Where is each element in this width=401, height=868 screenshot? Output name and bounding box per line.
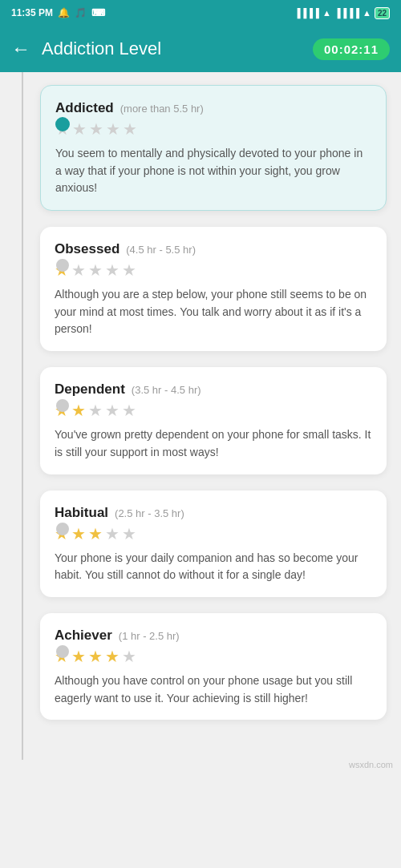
star-3: ★ xyxy=(88,526,103,542)
timeline-dot-obsessed xyxy=(56,259,69,272)
card-subtitle-habitual: (2.5 hr - 3.5 hr) xyxy=(115,507,184,519)
card-header-achiever: Achiever (1 hr - 2.5 hr) xyxy=(55,628,372,644)
card-title-addicted: Addicted xyxy=(55,100,114,116)
top-bar: ← Addiction Level 00:02:11 xyxy=(0,26,401,72)
card-desc-achiever: Although you have control on your phone … xyxy=(55,672,372,707)
content-area: Addicted (more than 5.5 hr) ★ ★ ★ ★ ★ Yo… xyxy=(0,72,401,760)
star-3: ★ xyxy=(89,121,103,137)
page-title: Addiction Level xyxy=(42,38,313,59)
status-left: 11:35 PM 🔔 🎵 ⌨ xyxy=(11,7,105,18)
card-habitual: Habitual (2.5 hr - 3.5 hr) ★ ★ ★ ★ ★ You… xyxy=(40,491,387,597)
card-subtitle-addicted: (more than 5.5 hr) xyxy=(120,103,204,115)
card-subtitle-achiever: (1 hr - 2.5 hr) xyxy=(119,630,180,642)
star-4: ★ xyxy=(105,262,119,278)
card-desc-dependent: You've grown pretty dependent on your ph… xyxy=(55,426,372,461)
status-right: ▐▐▐▐ ▲ ▐▐▐▐ ▲ 22 xyxy=(294,7,390,19)
card-subtitle-dependent: (3.5 hr - 4.5 hr) xyxy=(132,384,201,396)
signal-icon: ▐▐▐▐ xyxy=(294,8,319,18)
card-desc-addicted: You seem to mentally and physically devo… xyxy=(55,145,371,197)
back-button[interactable]: ← xyxy=(11,38,30,60)
timeline-dot-addicted xyxy=(55,117,70,131)
card-dependent: Dependent (3.5 hr - 4.5 hr) ★ ★ ★ ★ ★ Yo… xyxy=(40,367,387,474)
card-title-dependent: Dependent xyxy=(55,382,125,398)
star-3: ★ xyxy=(88,402,103,418)
star-5: ★ xyxy=(123,121,137,137)
stars-addicted: ★ ★ ★ ★ ★ xyxy=(55,121,371,137)
stars-obsessed: ★ ★ ★ ★ ★ xyxy=(55,262,372,278)
star-2: ★ xyxy=(71,648,86,664)
card-header-habitual: Habitual (2.5 hr - 3.5 hr) xyxy=(55,505,372,521)
spotify-icon: 🎵 xyxy=(75,7,87,18)
card-desc-obsessed: Although you are a step below, your phon… xyxy=(55,286,372,338)
card-title-habitual: Habitual xyxy=(55,505,108,521)
star-3: ★ xyxy=(88,648,103,664)
watermark: wsxdn.com xyxy=(0,760,401,773)
battery-indicator: 22 xyxy=(375,7,390,19)
timeline-dot-habitual xyxy=(56,523,69,535)
timeline-line xyxy=(22,72,23,760)
card-desc-habitual: Your phone is your daily companion and h… xyxy=(55,550,372,584)
timer-badge: 00:02:11 xyxy=(313,38,390,60)
card-obsessed: Obsessed (4.5 hr - 5.5 hr) ★ ★ ★ ★ ★ Alt… xyxy=(40,227,387,351)
card-addicted: Addicted (more than 5.5 hr) ★ ★ ★ ★ ★ Yo… xyxy=(40,85,387,211)
card-header-addicted: Addicted (more than 5.5 hr) xyxy=(55,100,371,116)
star-2: ★ xyxy=(72,121,87,137)
star-2: ★ xyxy=(71,526,86,542)
card-header-obsessed: Obsessed (4.5 hr - 5.5 hr) xyxy=(55,241,372,257)
star-4: ★ xyxy=(105,526,119,542)
star-2: ★ xyxy=(71,262,86,278)
card-header-dependent: Dependent (3.5 hr - 4.5 hr) xyxy=(55,382,372,398)
star-3: ★ xyxy=(88,262,103,278)
wifi2-icon: ▲ xyxy=(363,8,371,18)
status-bar: 11:35 PM 🔔 🎵 ⌨ ▐▐▐▐ ▲ ▐▐▐▐ ▲ 22 xyxy=(0,0,401,26)
bell-icon: 🔔 xyxy=(58,7,70,18)
star-4: ★ xyxy=(106,121,120,137)
star-4: ★ xyxy=(105,648,119,664)
timeline-dot-dependent xyxy=(56,399,69,412)
signal2-icon: ▐▐▐▐ xyxy=(334,8,359,18)
star-2: ★ xyxy=(71,402,86,418)
star-5: ★ xyxy=(122,402,136,418)
stars-habitual: ★ ★ ★ ★ ★ xyxy=(55,526,372,542)
star-5: ★ xyxy=(122,648,136,664)
stars-achiever: ★ ★ ★ ★ ★ xyxy=(55,648,372,664)
timeline-dot-achiever xyxy=(56,645,69,658)
card-achiever: Achiever (1 hr - 2.5 hr) ★ ★ ★ ★ ★ Altho… xyxy=(40,613,387,720)
keyboard-icon: ⌨ xyxy=(91,7,105,18)
stars-dependent: ★ ★ ★ ★ ★ xyxy=(55,402,372,418)
time: 11:35 PM xyxy=(11,7,53,18)
star-5: ★ xyxy=(122,262,136,278)
card-subtitle-obsessed: (4.5 hr - 5.5 hr) xyxy=(126,244,196,256)
star-5: ★ xyxy=(122,526,136,542)
star-4: ★ xyxy=(105,402,119,418)
wifi-icon: ▲ xyxy=(322,8,331,18)
card-title-obsessed: Obsessed xyxy=(55,241,119,257)
card-title-achiever: Achiever xyxy=(55,628,112,644)
